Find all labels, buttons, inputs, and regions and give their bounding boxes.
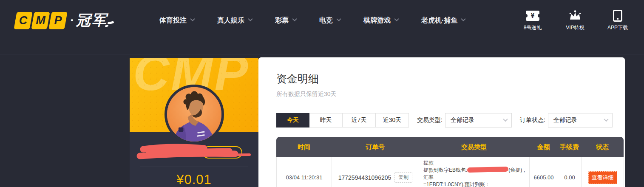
crown-icon (568, 10, 582, 22)
cell-transaction-type: 提款 提款到数字EB钱包:eb4u(免提) ,汇率 =1EBDT:1.0CNY)… (419, 157, 530, 187)
col-header-amount: 金额 (529, 143, 558, 151)
col-header-fee: 手续费 (558, 143, 581, 151)
order-status-select[interactable]: 全部记录 (548, 113, 613, 128)
avatar-photo (167, 87, 221, 142)
nav-item-live-casino[interactable]: 真人娱乐 (217, 16, 252, 25)
wallet-balance: ¥0.01 (130, 172, 258, 187)
col-header-order-no: 订单号 (332, 143, 419, 151)
brand-logo[interactable]: C M P · 冠军 (15, 11, 116, 30)
chevron-down-icon (292, 16, 297, 21)
funds-detail-panel: 资金明细 所有数据只保留近30天 今天 昨天 近7天 近30天 交易类型: 全部… (258, 57, 625, 187)
cell-time: 03/04 11:20:31 (277, 157, 332, 187)
tablet-icon (613, 10, 622, 22)
app-download-button[interactable]: APP下载 (604, 10, 631, 31)
table-row: 03/04 11:20:31 1772594431096205 复制 提款 提款… (276, 157, 624, 187)
nav-item-lottery[interactable]: 彩票 (275, 16, 296, 25)
date-range-tabs: 今天 昨天 近7天 近30天 (276, 113, 409, 128)
nav-item-esports[interactable]: 电竞 (319, 16, 340, 25)
logo-tile: C (14, 12, 32, 29)
redaction-scribble: eb4u (467, 167, 508, 173)
vip-privileges-button[interactable]: VIP特权 (562, 10, 589, 31)
chevron-down-icon (190, 16, 195, 21)
type-title: 提款 (423, 159, 434, 167)
transaction-type-label: 交易类型: (417, 116, 443, 124)
chevron-down-icon (248, 16, 252, 21)
top-navbar: C M P · 冠军 体育投注 真人娱乐 彩票 电竞 棋牌游戏 老虎机·捕鱼 ¥… (0, 0, 644, 54)
logo-tile: M (31, 12, 50, 29)
chevron-down-icon (336, 16, 341, 21)
gift-day8-button[interactable]: ¥ 8号送礼 (519, 10, 546, 31)
profile-card: CMP VIP1 (130, 58, 258, 187)
col-header-time: 时间 (276, 143, 332, 151)
tab-last-30-days[interactable]: 近30天 (376, 113, 409, 128)
page-title: 资金明细 (276, 72, 319, 86)
view-details-button[interactable]: 查看详细 (588, 171, 617, 184)
main-nav: 体育投注 真人娱乐 彩票 电竞 棋牌游戏 老虎机·捕鱼 (159, 0, 465, 41)
col-header-status: 状态 (581, 143, 624, 151)
tab-yesterday[interactable]: 昨天 (309, 113, 343, 128)
logo-brand-name: 冠军 (76, 11, 108, 30)
cell-order-no: 1772594431096205 复制 (332, 157, 419, 187)
filter-bar: 今天 昨天 近7天 近30天 交易类型: 全部记录 订单状态: 全部记录 (276, 113, 624, 128)
chevron-down-icon (461, 16, 466, 21)
chevron-down-icon (503, 116, 508, 121)
logo-speed-dashes-icon (108, 13, 116, 28)
tab-today[interactable]: 今天 (276, 113, 309, 128)
nav-item-slots-fishing[interactable]: 老虎机·捕鱼 (421, 16, 465, 25)
nav-utilities: ¥ 8号送礼 VIP特权 APP下载 (519, 0, 631, 41)
cell-status: 查看详细 (582, 157, 624, 187)
logo-separator-dot: · (70, 13, 74, 28)
redaction-scribble (134, 143, 255, 164)
col-header-type: 交易类型 (419, 143, 529, 151)
table-header-row: 时间 订单号 交易类型 金额 手续费 状态 (276, 137, 624, 157)
chevron-down-icon (604, 116, 608, 121)
type-detail-line1: 提款到数字EB钱包:eb4u(免提) ,汇率 (423, 167, 525, 181)
cell-fee: 0.00 (558, 157, 582, 187)
divider (140, 167, 248, 167)
copy-button[interactable]: 复制 (394, 172, 412, 183)
transactions-table: 时间 订单号 交易类型 金额 手续费 状态 03/04 11:20:31 177… (276, 137, 624, 187)
cell-amount: 6605.00 (530, 157, 558, 187)
order-status-label: 订单状态: (520, 116, 545, 124)
chevron-down-icon (394, 16, 399, 21)
type-detail-line2: =1EBDT:1.0CNY),预计到账： 6605.0000EBDT (423, 181, 525, 187)
avatar[interactable] (165, 85, 224, 144)
page-subtitle: 所有数据只保留近30天 (276, 91, 337, 98)
transaction-type-select[interactable]: 全部记录 (445, 113, 512, 128)
order-number: 1772594431096205 (338, 174, 392, 181)
nav-item-sports[interactable]: 体育投注 (159, 16, 194, 25)
tab-last-7-days[interactable]: 近7天 (343, 113, 376, 128)
nav-item-board-games[interactable]: 棋牌游戏 (363, 16, 398, 25)
logo-tile: P (48, 12, 67, 29)
yen-ticket-icon: ¥ (526, 11, 539, 21)
